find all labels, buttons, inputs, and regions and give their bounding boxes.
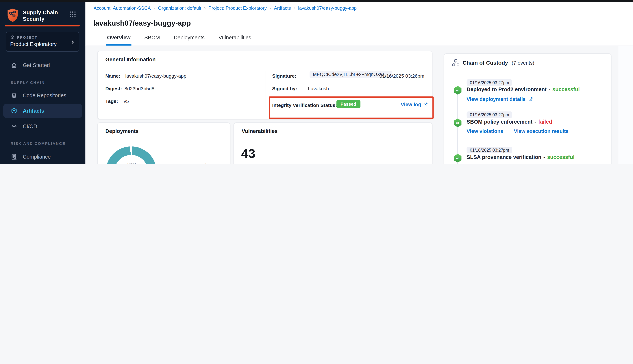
event-title: SLSA provenance verification-successful — [467, 154, 574, 160]
project-name: Product Exploratory — [10, 41, 75, 47]
event-title: SBOM policy enforcement-failed — [467, 119, 552, 125]
digest-label: Digest: — [105, 86, 122, 92]
integrity-status-badge: Passed — [336, 100, 360, 108]
artifact-digest: 8d23bd3b5d8f — [124, 86, 156, 92]
tags-label: Tags: — [105, 98, 118, 104]
brand-title: Supply ChainSecurity — [23, 8, 58, 22]
page-title: lavakush07/easy-buggy-app — [93, 19, 191, 28]
tab-bar: Overview SBOM Deployments Vulnerabilitie… — [106, 34, 252, 46]
tab-deployments[interactable]: Deployments — [173, 34, 205, 46]
main-content: General Information Name: lavakush07/eas… — [85, 46, 618, 164]
window-top-bar — [0, 0, 633, 2]
breadcrumb-current[interactable]: lavakush07/easy-buggy-app — [298, 6, 357, 10]
card-title: General Information — [105, 56, 156, 62]
signature-timestamp: 01/16/2025 03:26pm — [380, 73, 424, 79]
sidebar-item-code-repositories[interactable]: Code Repositories — [0, 90, 85, 101]
vulnerabilities-card: Vulnerabilities 43 12 CRITICAL 15 HIGH 7… — [234, 122, 432, 164]
breadcrumb: Account: Automation-SSCA›Organization: d… — [94, 6, 356, 10]
sidebar-item-cicd[interactable]: CI/CD — [0, 120, 85, 132]
name-label: Name: — [105, 73, 120, 79]
breadcrumb-account[interactable]: Account: Automation-SSCA — [94, 6, 151, 10]
right-rail — [618, 46, 633, 164]
code-repo-icon — [10, 92, 18, 99]
home-icon — [10, 62, 18, 68]
chevron-right-icon — [70, 39, 75, 45]
tab-vulnerabilities[interactable]: Vulnerabilities — [218, 34, 252, 46]
project-selector[interactable]: PROJECT Product Exploratory — [6, 32, 79, 52]
deployments-card: Deployments TotalDeployments 1 Prod 1 Pr… — [97, 122, 230, 164]
pipeline-event-icon: ∞ — [453, 154, 462, 163]
signature-label: Signature: — [272, 73, 296, 79]
event-timestamp: 01/16/2025 03:27pm — [467, 147, 512, 154]
sidebar-section-risk-compliance: RISK AND COMPLIANCE — [10, 141, 66, 146]
project-kicker: PROJECT — [17, 35, 37, 39]
sidebar-item-label: Get Started — [23, 62, 50, 68]
page-header: Account: Automation-SSCA›Organization: d… — [85, 2, 633, 46]
card-title: Deployments — [105, 128, 138, 134]
svg-text:∞: ∞ — [456, 156, 459, 160]
tab-overview[interactable]: Overview — [106, 34, 131, 46]
event-links: View deployment details — [467, 96, 533, 102]
svg-text:∞: ∞ — [456, 120, 459, 125]
brand-accent-line — [5, 25, 80, 26]
card-title: Vulnerabilities — [242, 128, 278, 134]
chain-title: Chain of Custody — [462, 60, 508, 66]
chain-event-count: (7 events) — [512, 60, 534, 66]
view-violations-link[interactable]: View violations — [467, 128, 503, 134]
app-window: Supply ChainSecurity PROJECT Product Exp… — [0, 0, 633, 164]
shield-logo-icon — [6, 8, 20, 23]
project-cube-icon — [10, 35, 15, 39]
legend-item-prod: Prod 1 — [186, 162, 223, 164]
sidebar-item-get-started[interactable]: Get Started — [0, 59, 85, 71]
infinity-icon — [10, 123, 18, 130]
sidebar-item-compliance[interactable]: Compliance — [0, 151, 85, 162]
event-title: Deployed to Prod2 environment-successful — [467, 86, 580, 92]
breadcrumb-artifacts[interactable]: Artifacts — [274, 6, 291, 10]
signed-by-label: Signed by: — [272, 86, 297, 92]
breadcrumb-org[interactable]: Organization: default — [158, 6, 201, 10]
sidebar-item-label: Code Repositories — [23, 92, 66, 98]
view-log-link[interactable]: View log — [401, 102, 421, 107]
sidebar-item-label: CI/CD — [23, 123, 37, 129]
event-links: View violations View execution results — [467, 128, 569, 134]
sidebar-section-supply-chain: SUPPLY CHAIN — [10, 80, 45, 84]
view-execution-results-link[interactable]: View execution results — [514, 128, 568, 134]
chain-of-custody-card: Chain of Custody (7 events) ∞ ∞ ∞ 01/16/… — [444, 53, 612, 164]
divider — [266, 71, 266, 108]
donut-legend: Prod 1 Pre Prod 0 — [186, 162, 223, 164]
artifact-cube-icon — [10, 107, 18, 114]
artifact-tags: v5 — [124, 98, 129, 104]
event-timestamp: 01/16/2025 03:27pm — [467, 79, 512, 86]
signed-by-value: Lavakush — [308, 86, 329, 92]
sidebar-item-label: Compliance — [23, 154, 50, 160]
app-grid-icon[interactable] — [69, 11, 76, 18]
sidebar-item-artifacts[interactable]: Artifacts — [0, 105, 85, 116]
breadcrumb-project[interactable]: Project: Product Exploratory — [208, 6, 267, 10]
sidebar: Supply ChainSecurity PROJECT Product Exp… — [0, 2, 85, 164]
vulnerabilities-total: 43 — [241, 146, 255, 161]
doc-search-icon — [10, 153, 18, 160]
artifact-name: lavakush07/easy-buggy-app — [125, 73, 186, 79]
external-link-icon — [528, 97, 533, 102]
event-timestamp: 01/16/2025 03:27pm — [467, 112, 512, 118]
view-deployment-details-link[interactable]: View deployment details — [467, 96, 526, 102]
deployments-donut-chart: TotalDeployments 1 — [106, 146, 156, 164]
integrity-label: Integrity Verification Status: — [272, 102, 337, 108]
general-information-card: General Information Name: lavakush07/eas… — [97, 51, 432, 119]
pipeline-event-icon: ∞ — [453, 86, 462, 95]
brand: Supply ChainSecurity — [6, 8, 58, 23]
pipeline-event-icon: ∞ — [453, 118, 462, 127]
svg-text:∞: ∞ — [456, 88, 459, 93]
external-link-icon — [423, 102, 428, 107]
sidebar-item-label: Artifacts — [23, 108, 44, 114]
chain-of-custody-icon — [452, 59, 460, 67]
tab-sbom[interactable]: SBOM — [144, 34, 161, 46]
